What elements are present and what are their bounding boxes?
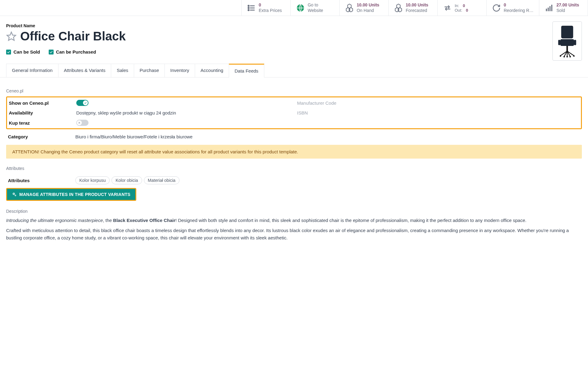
stat-on-hand[interactable]: 10.00 Units On Hand: [339, 0, 388, 16]
product-name-label: Product Name: [6, 23, 582, 28]
tab-content-data-feeds: Ceneo.pl Show on Ceneo.pl Manufacturer C…: [0, 77, 588, 253]
section-ceneo: Ceneo.pl: [6, 88, 582, 93]
attribute-tags[interactable]: Kolor korpusuKolor obiciaMateriał obicia: [75, 176, 580, 184]
stat-label: Sold: [556, 8, 579, 13]
svg-point-23: [564, 56, 565, 58]
kup-teraz-label: Kup teraz: [9, 120, 70, 126]
svg-rect-15: [574, 40, 576, 45]
checkbox-label: Can be Sold: [13, 49, 40, 54]
kup-teraz-toggle[interactable]: [76, 120, 89, 126]
stat-label: Forecasted: [406, 8, 428, 13]
stat-out-label: Out:: [455, 8, 462, 13]
stat-sold[interactable]: 27.00 Units Sold: [539, 0, 588, 16]
show-on-ceneo-toggle[interactable]: [76, 100, 89, 106]
description-paragraph-1: Introducing the ultimate ergonomic maste…: [6, 217, 582, 224]
refresh-icon: [492, 4, 501, 12]
category-label: Category: [8, 134, 69, 139]
check-icon: [49, 50, 54, 54]
stat-website[interactable]: Go to Website: [290, 0, 339, 16]
attribute-tag[interactable]: Kolor korpusu: [75, 176, 110, 184]
desc-lead: Introducing the ultimate ergonomic maste…: [6, 218, 103, 223]
list-icon: [247, 4, 256, 12]
stat-label: Go to: [308, 2, 323, 8]
svg-point-24: [567, 56, 568, 58]
check-icon: [6, 50, 11, 54]
svg-point-30: [15, 195, 16, 196]
transfer-icon: [443, 4, 452, 12]
tab-accounting[interactable]: Accounting: [195, 64, 229, 77]
globe-icon: [296, 4, 305, 12]
stat-label: Extra Prices: [259, 8, 282, 13]
stat-extra-prices[interactable]: 0 Extra Prices: [241, 0, 290, 16]
stat-value: 27.00 Units: [556, 2, 579, 8]
category-value[interactable]: Biuro i firma/Biuro/Meble biurowe/Fotele…: [75, 134, 580, 139]
stat-in-out[interactable]: In:0 Out:0: [437, 0, 486, 16]
stat-value: 10.00 Units: [406, 2, 428, 8]
tab-inventory[interactable]: Inventory: [164, 64, 195, 77]
svg-point-4: [248, 7, 249, 9]
availability-label: Availability: [9, 110, 70, 115]
svg-point-26: [573, 55, 575, 57]
availability-value[interactable]: Dostępny, sklep wyśle produkt w ciągu 24…: [76, 110, 291, 115]
svg-rect-14: [558, 40, 560, 45]
attribute-tag[interactable]: Materiał obicia: [144, 176, 179, 184]
highlight-box-manage: MANAGE ATTRIBUTES IN THE PRODUCT VARIANT…: [6, 188, 136, 201]
show-on-ceneo-label: Show on Ceneo.pl: [9, 100, 70, 106]
stat-value: 0: [504, 2, 533, 8]
svg-point-25: [569, 56, 571, 58]
stat-label: On Hand: [357, 8, 379, 13]
stat-value: 10.00 Units: [357, 2, 379, 8]
product-header: Product Name Office Chair Black Can be S…: [0, 16, 588, 58]
section-description: Description: [6, 209, 582, 214]
desc-bold: Black Executive Office Chair: [113, 218, 175, 223]
attribute-tag[interactable]: Kolor obicia: [111, 176, 142, 184]
checkbox-label: Can be Purchased: [56, 49, 96, 54]
tabs: General InformationAttributes & Variants…: [0, 64, 588, 77]
svg-rect-7: [546, 9, 547, 11]
gears-icon: [12, 192, 17, 197]
svg-point-29: [13, 193, 14, 194]
stat-value: 0: [259, 2, 282, 8]
svg-rect-13: [560, 39, 574, 46]
manufacturer-code-label: Manufacturer Code: [297, 100, 358, 106]
description-paragraph-2: Crafted with meticulous attention to det…: [6, 227, 582, 241]
stat-label: Website: [308, 8, 323, 13]
category-warning-alert: ATTENTION! Changing the Ceneo product ca…: [6, 145, 582, 159]
product-title[interactable]: Office Chair Black: [20, 29, 126, 43]
svg-point-3: [248, 5, 249, 6]
stat-reordering[interactable]: 0 Reordering R…: [486, 0, 539, 16]
bars-icon: [545, 4, 553, 12]
svg-marker-11: [7, 32, 16, 40]
can-be-sold-checkbox[interactable]: Can be Sold: [6, 49, 40, 54]
stat-forecasted[interactable]: 10.00 Units Forecasted: [388, 0, 437, 16]
desc-text: , the: [103, 218, 113, 223]
svg-rect-12: [561, 26, 573, 39]
isbn-label: ISBN: [297, 110, 358, 115]
star-icon[interactable]: [6, 31, 17, 42]
can-be-purchased-checkbox[interactable]: Can be Purchased: [49, 49, 96, 54]
tab-attributes-variants[interactable]: Attributes & Variants: [58, 64, 111, 77]
attributes-label: Attributes: [8, 178, 69, 183]
stat-out-value: 0: [466, 8, 468, 13]
stat-label: Reordering R…: [504, 8, 533, 13]
boxes-icon: [345, 4, 354, 12]
desc-text: ! Designed with both style and comfort i…: [175, 218, 526, 223]
stat-in-label: In:: [455, 3, 459, 8]
svg-rect-16: [567, 46, 568, 51]
tab-sales[interactable]: Sales: [111, 64, 134, 77]
section-attributes: Attributes: [6, 166, 582, 171]
highlight-box-ceneo: Show on Ceneo.pl Manufacturer Code Avail…: [6, 96, 582, 129]
svg-point-22: [560, 55, 561, 57]
button-label: MANAGE ATTRIBUTES IN THE PRODUCT VARIANT…: [19, 192, 130, 197]
tab-purchase[interactable]: Purchase: [134, 64, 165, 77]
manage-attributes-button[interactable]: MANAGE ATTRIBUTES IN THE PRODUCT VARIANT…: [7, 189, 135, 200]
svg-rect-9: [549, 6, 551, 11]
svg-rect-8: [548, 7, 549, 11]
stat-in-value: 0: [463, 3, 465, 8]
stat-row: 0 Extra Prices Go to Website 10.00 Units…: [0, 0, 588, 16]
product-image[interactable]: [552, 21, 582, 61]
tab-data-feeds[interactable]: Data Feeds: [229, 64, 264, 77]
svg-point-5: [248, 9, 249, 11]
tab-general-information[interactable]: General Information: [6, 64, 58, 77]
svg-rect-10: [551, 5, 552, 11]
